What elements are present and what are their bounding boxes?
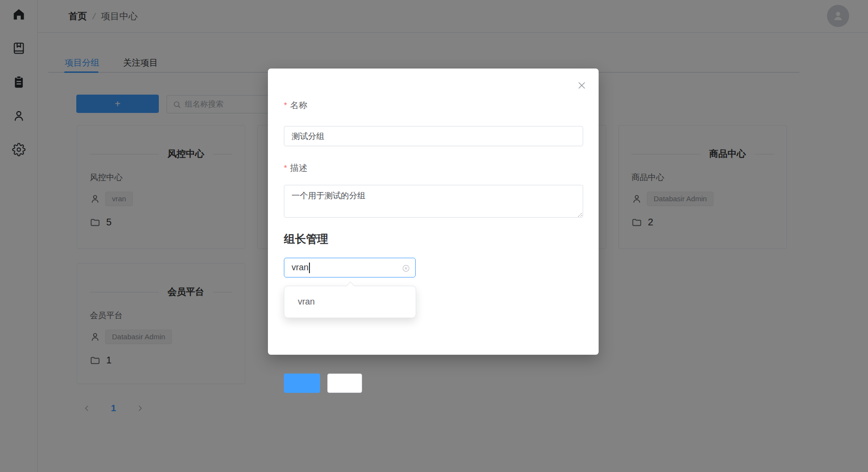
text-caret — [309, 263, 310, 273]
required-asterisk: * — [284, 164, 287, 173]
name-field[interactable] — [284, 126, 583, 146]
cancel-button[interactable] — [327, 374, 362, 393]
required-asterisk: * — [284, 101, 287, 111]
description-field[interactable]: 一个用于测试的分组 — [284, 185, 583, 218]
owner-search-value: vran — [292, 263, 308, 273]
description-field-label: * 描述 — [284, 162, 308, 174]
save-button[interactable] — [284, 374, 320, 393]
owner-suggestions-dropdown: vran — [284, 286, 416, 318]
dropdown-option-vran[interactable]: vran — [284, 286, 416, 318]
name-field-label: * 名称 — [284, 99, 308, 111]
dialog-close-button[interactable] — [576, 80, 587, 91]
create-group-dialog: * 名称 * 描述 一个用于测试的分组 组长管理 vran vran — [268, 69, 599, 355]
close-icon — [577, 81, 587, 90]
clear-input-icon[interactable] — [402, 264, 410, 273]
owner-search-input[interactable]: vran — [284, 258, 416, 278]
owner-section-title: 组长管理 — [284, 232, 328, 247]
